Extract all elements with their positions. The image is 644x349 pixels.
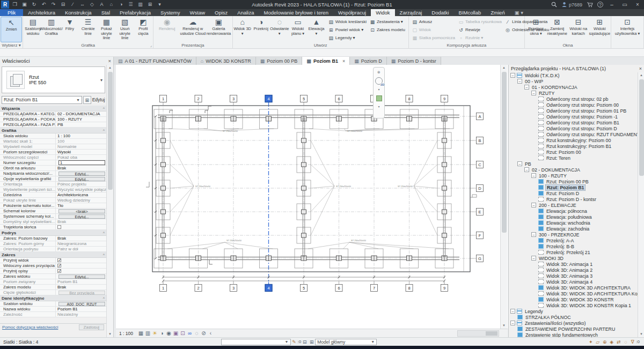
collapse-icon[interactable]: ‹	[207, 330, 214, 337]
property-button[interactable]: Edytuj...	[58, 172, 105, 176]
print-icon[interactable]: ⊟	[59, 1, 67, 8]
tree-item[interactable]: Widok 3D: WIDOK 3D ARCHITEKTURA Kopia 1	[509, 291, 638, 296]
ribbon-button-widoki-na-kartach[interactable]: ⊟Widoki na kartach	[568, 17, 589, 42]
ribbon-button-widok-3d[interactable]: ⌂Widok 3D ▾	[233, 17, 252, 42]
undo-icon[interactable]: ↶	[40, 1, 48, 8]
property-button[interactable]: <brak>	[58, 209, 105, 213]
customize-icon[interactable]: ▾	[156, 1, 164, 8]
shadows-icon[interactable]: ◑	[158, 330, 165, 337]
ribbon-button-widok-kreślarski[interactable]: ▤Widok kreślarski	[327, 18, 368, 26]
property-value[interactable]: Brak	[56, 236, 106, 241]
view-tab-poziom-b1[interactable]: ▦Poziom B1×	[302, 57, 350, 65]
property-input[interactable]: 1	[58, 160, 105, 165]
ribbon-button-przekrój[interactable]: ◑Przekrój	[252, 17, 270, 42]
ribbon-button-arkusz[interactable]: ▤Arkusz	[411, 18, 456, 26]
property-value[interactable]: 100 - RZUTY	[56, 117, 106, 122]
tree-expand-icon[interactable]: –	[510, 309, 515, 314]
ribbon-button-rewizje[interactable]: ↺Rewizje	[457, 26, 503, 34]
steering-wheel-2d-icon[interactable]	[375, 77, 383, 85]
select-links-icon[interactable]: ✦	[587, 339, 594, 345]
property-value[interactable]: Architektoniczna	[56, 192, 106, 197]
apply-button[interactable]: Zastosuj	[79, 324, 104, 330]
editable-only-icon[interactable]: ✎	[291, 339, 298, 345]
property-group-wiązania[interactable]: Wiązania^	[0, 106, 106, 112]
ribbon-button-elewacja[interactable]: ▲Elewacja ▾	[307, 17, 325, 42]
tree-item[interactable]: –00 - WIP	[509, 78, 638, 84]
ribbon-tab-zarz-dzaj[interactable]: Zarządzaj	[395, 9, 427, 16]
worksets-combo[interactable]: ▼	[221, 339, 291, 345]
tree-item[interactable]: Odwrócony rzut stropu: Poziom 00	[509, 102, 638, 108]
tree-expand-icon[interactable]: –	[510, 321, 515, 325]
properties-close-icon[interactable]: ×	[108, 58, 111, 64]
zoom-region-icon[interactable]	[376, 95, 382, 101]
tree-item[interactable]: Odwrócony rzut stropu: Poziom -1	[509, 114, 638, 120]
ribbon-tab-konstrukcja[interactable]: Konstrukcja	[60, 9, 97, 16]
tree-item[interactable]: Przekrój: A-A	[509, 237, 638, 243]
tree-item[interactable]: –Widoki (T.K.D.K)	[509, 72, 638, 78]
dialog-launcher-icon[interactable]: ⌟	[150, 42, 152, 49]
ribbon-button-renderuj-w-usłudze-cloud[interactable]: ☁Renderuj w usłudze Cloud	[180, 17, 206, 42]
hide-isolate-icon[interactable]: ∞	[186, 330, 193, 337]
tree-item[interactable]: Elewacja: północna	[509, 208, 638, 214]
ribbon-button-rzutnie-[interactable]: ▫Rzutnie ▾	[457, 34, 503, 42]
property-button[interactable]: Edytuj...	[58, 274, 105, 279]
ribbon-button-powiel-widok-[interactable]: ⊞Powiel widok ▾	[327, 26, 368, 34]
property-button[interactable]: Edytuj...	[58, 214, 105, 219]
show-crop-icon[interactable]: ⊡	[179, 330, 186, 337]
drawing-area[interactable]: ST 250x250x50ST 250x250x50ST 250x250x50S…	[116, 65, 508, 329]
ribbon-tab-modelowanie-bry-owe-i-teren[interactable]: Modelowanie bryłowe i teren	[259, 9, 333, 16]
ribbon-button-widoki-planu[interactable]: ▭Widoki planu ▾	[289, 17, 307, 42]
property-value[interactable]: Nieograniczona	[56, 241, 106, 246]
ribbon-button-filtry[interactable]: ▼Filtry	[61, 17, 79, 42]
ribbon-tab-zmie-[interactable]: Zmień	[486, 9, 509, 16]
tree-item[interactable]: Widok 3D: Animacja 2	[509, 267, 638, 273]
tree-expand-icon[interactable]: –	[510, 73, 515, 78]
tree-item[interactable]: Rzut: Poziom 00	[509, 149, 638, 155]
ribbon-tab-systemy[interactable]: Systemy	[156, 9, 185, 16]
ribbon-button-przełącz-okna[interactable]: ⊞Przełącz okna ▾	[525, 17, 547, 42]
tree-item[interactable]: Widok 3D: WIDOK 3D ARCHITEKTURA	[509, 285, 638, 291]
view-tab-close-icon[interactable]: ×	[342, 58, 345, 64]
property-value[interactable]: Tło	[56, 203, 106, 208]
tree-expand-icon[interactable]: –	[531, 203, 536, 207]
property-value[interactable]: Brak	[56, 219, 106, 224]
property-button[interactable]: A00_DOC_RZUT	[58, 302, 105, 306]
ribbon-tab-opisz[interactable]: Opisz	[210, 9, 232, 16]
property-value[interactable]: 1 : 100	[56, 133, 106, 138]
sun-path-icon[interactable]: ☀	[151, 330, 158, 337]
property-value[interactable]: Poziom B1	[56, 307, 106, 311]
property-value[interactable]: 100	[56, 139, 106, 144]
ribbon-tab-stal[interactable]: Stal	[97, 9, 115, 16]
save-icon[interactable]: ▣	[20, 1, 28, 8]
tree-expand-icon[interactable]: –	[517, 161, 522, 166]
tree-item[interactable]: –WIDOKI 3D	[509, 255, 638, 261]
render-dialog-icon[interactable]: ◉	[165, 330, 172, 337]
tree-expand-icon[interactable]: –	[517, 79, 522, 84]
tree-item[interactable]: –RZUTY	[509, 90, 638, 96]
property-value[interactable]: Poziom B1	[56, 279, 106, 284]
tag-icon[interactable]: ◇	[88, 1, 96, 8]
ribbon-tab--[interactable]: ▣ ▾	[510, 9, 528, 16]
property-value[interactable]: Normalnie	[56, 144, 106, 149]
ribbon-button-interfejs-użytkownika[interactable]: ⊡Interfejs użytkownika ▾	[612, 17, 643, 42]
view-tab-widok-3d-konstr[interactable]: ⌂WIDOK 3D KONSTR	[196, 57, 256, 65]
tree-item[interactable]: Odwrócony rzut stropu: 02 pb	[509, 96, 638, 102]
ribbon-button-zamknij-nieaktywne[interactable]: ⊠Zamknij nieaktywne	[546, 17, 568, 42]
visual-style-icon[interactable]: ▥	[144, 330, 151, 337]
ribbon-button-zakres-modelu[interactable]: ⊡Zakres modelu	[369, 26, 406, 34]
type-selector-caret-icon[interactable]: ▾	[100, 78, 105, 83]
ribbon-button-zmień[interactable]: ↖Zmień	[1, 17, 22, 42]
nav-caret2-icon[interactable]: ▾	[378, 103, 379, 111]
property-checkbox[interactable]	[57, 264, 61, 268]
ribbon-button-tabelka-rysunkowa[interactable]: ▭Tabelka rysunkowa	[457, 18, 503, 26]
close-button[interactable]: ×	[633, 2, 642, 8]
minimize-button[interactable]: –	[608, 2, 616, 8]
tree-item[interactable]: Elewacja: zachodnia	[509, 226, 638, 232]
open-icon[interactable]: ❒	[11, 1, 19, 8]
user-account[interactable]: p7689	[561, 2, 582, 8]
property-group-dane-identyfikacyjne[interactable]: Dane identyfikacyjne^	[0, 295, 106, 301]
tree-item[interactable]: –Legendy	[509, 308, 638, 314]
ribbon-button-siatka-pomocnicza[interactable]: ▦Siatka pomocnicza	[411, 34, 456, 42]
property-value[interactable]: Brak	[56, 285, 106, 289]
drag-on-selection-icon[interactable]: ⇄	[615, 339, 622, 345]
